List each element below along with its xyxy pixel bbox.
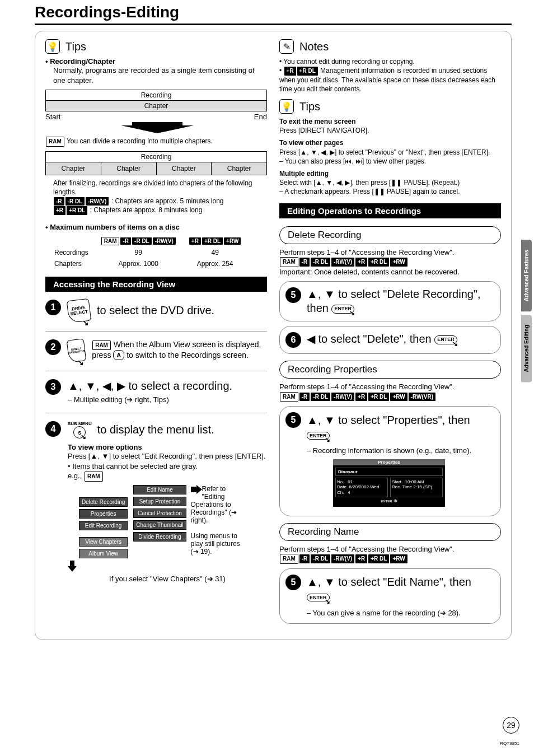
delete-recording-head: Delete Recording [279, 226, 501, 244]
rename-lead: Perform steps 1–4 of "Accessing the Reco… [279, 544, 501, 554]
menu-item: Change Thumbnail [133, 520, 186, 530]
diagram-recording-label: Recording [46, 90, 266, 101]
tips2-heading: Tips [299, 100, 320, 113]
title-rule [35, 24, 512, 25]
arrow-right-icon [191, 485, 202, 494]
single-chapter-diagram: Recording Chapter Start End [45, 90, 267, 134]
lightbulb-icon: 💡 [45, 39, 60, 54]
step-3: 3 ▲, ▼, ◀, ▶ to select a recording. – Mu… [45, 379, 267, 404]
properties-lead: Perform steps 1–4 of "Accessing the Reco… [279, 382, 501, 392]
menu-item: Cancel Protection [133, 508, 186, 518]
step-number-6: 6 [285, 332, 301, 348]
ram-tag: RAM [46, 137, 64, 147]
right-column: ✎ Notes • You cannot edit during recordi… [279, 39, 501, 628]
left-column: 💡 Tips • Recording/Chapter Normally, pro… [45, 39, 267, 628]
length-5min: -R-R DL-RW(V) : Chapters are approx. 5 m… [45, 197, 267, 206]
other-body: Press [▲, ▼, ◀, ▶] to select "Previous" … [279, 148, 501, 157]
using-text: Using menus to play still pictures (➔ 19… [191, 532, 240, 556]
view-chapters-note: If you select "View Chapters" (➔ 31) [68, 574, 267, 584]
step-number-2: 2 [45, 339, 61, 355]
menu-item: Album View [79, 549, 128, 558]
svg-marker-0 [121, 122, 194, 133]
accessing-bar: Accessing the Recording View [45, 277, 267, 292]
step-number-1: 1 [45, 300, 61, 315]
max-items-table: RAM-R-R DL-RW(V) +R+R DL+RW Recordings99… [45, 235, 248, 270]
finalize-text: After finalizing, recordings are divided… [45, 179, 267, 197]
side-tabs: Advanced Features Advanced Editing [521, 240, 532, 382]
lightbulb-icon: 💡 [279, 99, 294, 114]
page-number: 29 [503, 717, 519, 734]
eg-line: e.g., RAM [68, 471, 267, 482]
sub-menu-label: SUB MENU [68, 421, 92, 426]
notes-heading: Notes [299, 40, 329, 53]
step-1: 1 DRIVESELECT to select the DVD drive. [45, 300, 267, 322]
multi-body: Select with [▲, ▼, ◀, ▶], then press [❚❚… [279, 178, 501, 187]
sub-menu-button-icon: S [73, 426, 86, 438]
properties-formats: RAM-R-R DL-RW(V)+R+R DL+RW-RW(VR) [279, 392, 501, 402]
delete-lead: Perform steps 1–4 of "Accessing the Reco… [279, 248, 501, 258]
step-2: 2 DIRECTNAVIGATOR RAM When the Album Vie… [45, 339, 267, 362]
diagram-end: End [254, 113, 267, 121]
step-number-4: 4 [45, 421, 61, 437]
enter-key-icon: ENTER [307, 432, 330, 440]
menu-item: Edit Name [133, 485, 186, 494]
side-tab-advanced-features: Advanced Features [521, 240, 532, 311]
side-tab-advanced-editing: Advanced Editing [521, 315, 532, 382]
rename-note: – You can give a name for the recording … [307, 608, 493, 618]
note-2: • +R+R DL Management information is reco… [279, 66, 501, 94]
menu-item: View Chapters [79, 537, 128, 547]
menu-item: Divide Recording [133, 532, 186, 542]
view-more-body: Press [▲, ▼] to select "Edit Recording",… [68, 451, 267, 461]
recording-chapter-body: Normally, programs are recorded as a sin… [45, 66, 267, 85]
step-number-5: 5 [285, 575, 301, 590]
multi-body2: – A checkmark appears. Press [❚❚ PAUSE] … [279, 187, 501, 196]
rename-head: Recording Name [279, 523, 501, 541]
gray-items-note: • Items that cannot be selected are gray… [68, 461, 267, 472]
delete-important: Important: Once deleted, contents cannot… [279, 267, 501, 277]
exit-title: To exit the menu screen [279, 117, 501, 126]
table-row-recordings: Recordings [54, 248, 94, 258]
svg-marker-1 [191, 485, 202, 494]
menu-item: Edit Recording [79, 521, 128, 530]
view-more-title: To view more options [68, 443, 267, 451]
chapter-cell: Chapter [212, 162, 266, 175]
delete-formats: RAM-R-R DL-RW(V)+R+R DL+RW [279, 257, 501, 267]
step-3-note: – Multiple editing (➔ right, Tips) [68, 395, 232, 404]
menu-item: Properties [79, 509, 128, 519]
direct-navigator-button-icon: DIRECTNAVIGATOR [67, 338, 87, 363]
properties-step-5: 5 ▲, ▼ to select "Properties", then ENTE… [279, 406, 501, 516]
properties-note: – Recording information is shown (e.g., … [307, 446, 493, 456]
diagram2-recording-label: Recording [46, 152, 266, 162]
enter-key-icon: ENTER [434, 335, 457, 344]
properties-window-name: Dinosaur [335, 468, 443, 476]
step-4: 4 SUB MENU S to display the menu list. T… [45, 421, 267, 584]
step-3-text: ▲, ▼, ◀, ▶ to select a recording. [68, 379, 232, 393]
multi-title: Multiple editing [279, 169, 501, 178]
recording-chapter-title: • Recording/Chapter [45, 57, 267, 66]
down-arrow-icon [45, 121, 258, 134]
rename-step-5: 5 ▲, ▼ to select "Edit Name", then ENTER… [279, 568, 501, 624]
menu-item: Setup Protection [133, 497, 186, 506]
enter-key-icon: ENTER [307, 594, 330, 601]
doc-code: RQT8851 [500, 741, 519, 746]
multi-chapter-diagram: Recording Chapter Chapter Chapter Chapte… [45, 151, 267, 175]
arrow-down-icon [68, 561, 77, 572]
step-1-text: to select the DVD drive. [97, 304, 214, 318]
properties-window-title: Properties [333, 459, 445, 465]
content-card: 💡 Tips • Recording/Chapter Normally, pro… [35, 31, 512, 640]
delete-step-5: 5 ▲, ▼ to select "Delete Recording", the… [279, 281, 501, 321]
other-title: To view other pages [279, 138, 501, 147]
step-number-5: 5 [285, 287, 301, 303]
svg-marker-2 [68, 561, 77, 572]
menu-item: Delete Recording [79, 497, 128, 507]
length-8min: +R+R DL : Chapters are approx. 8 minutes… [45, 206, 267, 215]
max-items-title: • Maximum numbers of items on a disc [45, 223, 267, 231]
enter-key-icon: ENTER [331, 305, 354, 313]
note-1: • You cannot edit during recording or co… [279, 57, 501, 66]
drive-select-button-icon: DRIVESELECT [67, 298, 92, 324]
chapter-cell: Chapter [101, 162, 157, 175]
properties-window: Properties Dinosaur No. 01 Date 6/20/200… [333, 459, 445, 507]
step-2-text: RAM When the Album View screen is displa… [92, 339, 267, 361]
other-body2: – You can also press [⏮, ⏭] to view othe… [279, 157, 501, 166]
diagram-chapter-label: Chapter [46, 101, 266, 111]
